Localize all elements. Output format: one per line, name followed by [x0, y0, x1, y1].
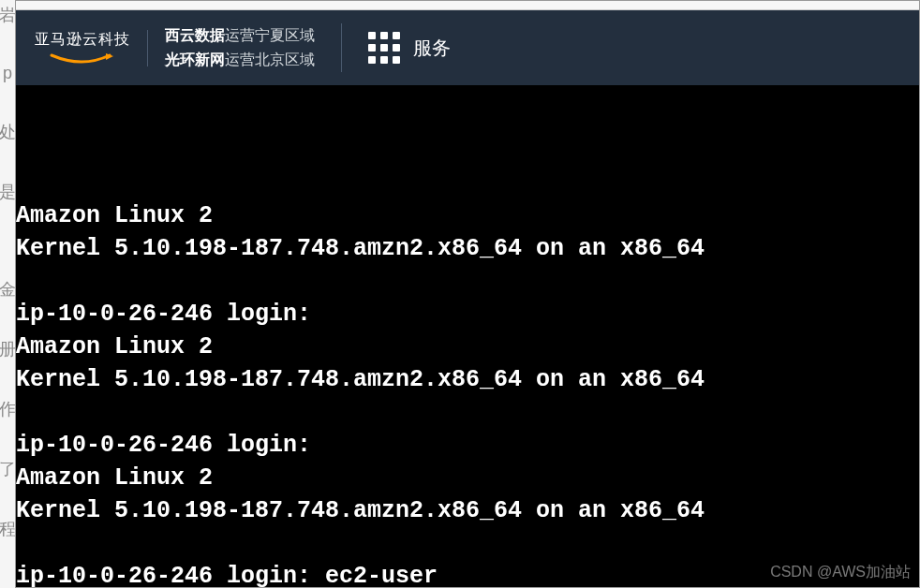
- bg-char: 作: [0, 398, 16, 420]
- terminal-line: ip-10-0-26-246 login: ec2-user: [16, 560, 919, 587]
- terminal-line: ip-10-0-26-246 login:: [16, 298, 919, 331]
- terminal-line: Amazon Linux 2: [16, 199, 919, 232]
- browser-frame-top: [16, 1, 919, 10]
- terminal-line: ip-10-0-26-246 login:: [16, 429, 919, 462]
- bg-char: 了: [0, 458, 16, 480]
- bg-char: 程: [0, 518, 16, 540]
- region-info: 西云数据运营宁夏区域 光环新网运营北京区域: [165, 23, 342, 71]
- terminal-line: [16, 265, 919, 298]
- terminal-output[interactable]: Amazon Linux 2Kernel 5.10.198-187.748.am…: [16, 87, 919, 587]
- terminal-line: Kernel 5.10.198-187.748.amzn2.x86_64 on …: [16, 232, 919, 265]
- region-line-2: 光环新网运营北京区域: [165, 48, 315, 72]
- aws-navbar: 亚马逊云科技 西云数据运营宁夏区域 光环新网运营北京区域 服务: [16, 10, 919, 85]
- bg-char: 册: [0, 338, 16, 360]
- services-menu-button[interactable]: 服务: [368, 32, 451, 64]
- bg-char: p: [3, 64, 12, 83]
- background-page-fragment: 岩p处是 金册作了程: [0, 0, 15, 588]
- brand-swoosh-icon: [50, 53, 115, 66]
- bg-char: 处: [0, 121, 16, 143]
- bg-char: 岩: [0, 4, 16, 26]
- services-label: 服务: [413, 36, 451, 61]
- region-line-1: 西云数据运营宁夏区域: [165, 23, 315, 48]
- terminal-line: Amazon Linux 2: [16, 462, 919, 494]
- terminal-line: [16, 396, 919, 429]
- terminal-line: [16, 527, 919, 560]
- terminal-line: Kernel 5.10.198-187.748.amzn2.x86_64 on …: [16, 363, 919, 396]
- brand-text: 亚马逊云科技: [35, 30, 130, 50]
- bg-char: 是: [0, 181, 16, 203]
- console-window: 亚马逊云科技 西云数据运营宁夏区域 光环新网运营北京区域 服务 Amazon L…: [15, 0, 920, 588]
- brand-block[interactable]: 亚马逊云科技: [35, 30, 148, 66]
- bg-char: 金: [0, 278, 16, 301]
- terminal-line: Amazon Linux 2: [16, 331, 919, 363]
- waffle-icon: [368, 32, 400, 64]
- terminal-line: Kernel 5.10.198-187.748.amzn2.x86_64 on …: [16, 494, 919, 527]
